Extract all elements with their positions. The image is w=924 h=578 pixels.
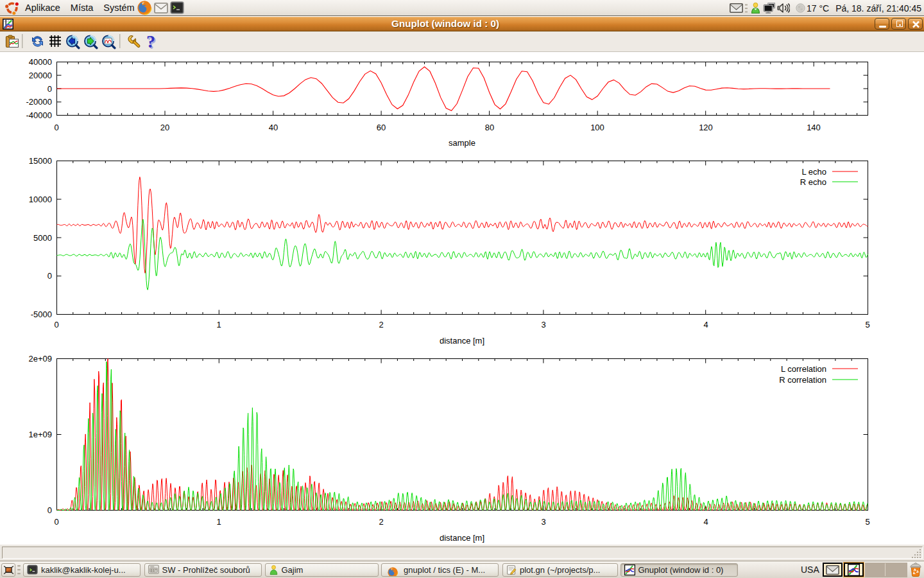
- svg-text:3: 3: [541, 517, 545, 527]
- svg-text:80: 80: [485, 123, 494, 132]
- svg-text:2: 2: [379, 517, 383, 527]
- svg-text:4: 4: [703, 517, 708, 527]
- svg-text:distance [m]: distance [m]: [440, 336, 484, 346]
- svg-text:sample: sample: [449, 138, 475, 148]
- svg-text:100: 100: [590, 123, 604, 132]
- svg-text:1: 1: [216, 320, 221, 329]
- svg-text:40: 40: [269, 123, 278, 132]
- svg-text:5: 5: [865, 320, 869, 329]
- svg-text:0: 0: [47, 505, 52, 515]
- svg-text:0: 0: [47, 84, 52, 94]
- svg-text:10000: 10000: [29, 195, 52, 204]
- svg-text:5000: 5000: [33, 233, 52, 243]
- svg-text:0: 0: [54, 517, 58, 527]
- svg-text:0: 0: [47, 271, 52, 281]
- svg-text:2: 2: [379, 320, 383, 329]
- svg-text:60: 60: [377, 123, 386, 132]
- svg-text:0: 0: [54, 123, 58, 132]
- svg-text:20: 20: [160, 123, 169, 132]
- svg-text:120: 120: [699, 123, 713, 132]
- svg-text:0: 0: [54, 320, 58, 329]
- svg-text:L echo: L echo: [801, 167, 826, 177]
- svg-text:140: 140: [807, 123, 821, 132]
- svg-text:3: 3: [541, 320, 545, 329]
- svg-text:1: 1: [216, 517, 221, 527]
- svg-text:20000: 20000: [29, 71, 52, 80]
- svg-text:R correlation: R correlation: [779, 375, 826, 385]
- svg-text:-5000: -5000: [31, 310, 52, 319]
- svg-text:R echo: R echo: [800, 177, 826, 187]
- svg-text:2e+09: 2e+09: [28, 354, 52, 363]
- svg-text:5: 5: [865, 517, 869, 527]
- svg-text:1e+09: 1e+09: [28, 430, 52, 439]
- svg-text:-20000: -20000: [26, 97, 52, 107]
- svg-text:distance [m]: distance [m]: [440, 533, 484, 543]
- svg-text:40000: 40000: [29, 57, 52, 67]
- svg-text:15000: 15000: [29, 156, 52, 166]
- svg-text:L correlation: L correlation: [781, 364, 826, 374]
- svg-text:4: 4: [703, 320, 708, 329]
- svg-text:-40000: -40000: [26, 110, 52, 120]
